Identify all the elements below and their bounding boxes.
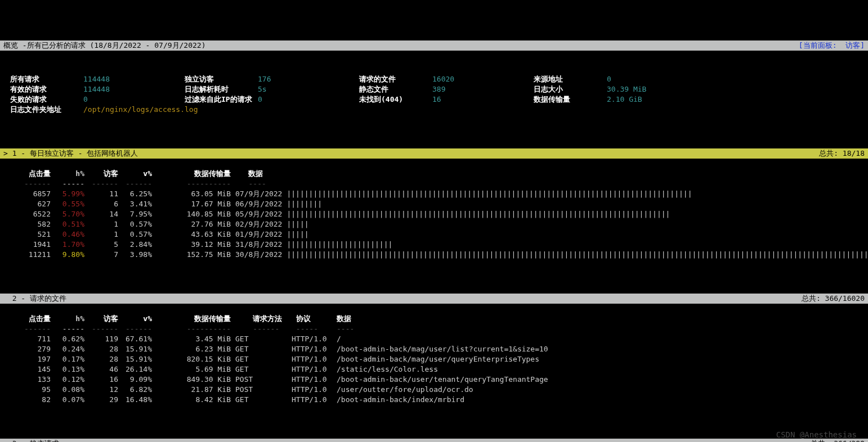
- protocol-cell: HTTP/1.0: [287, 334, 332, 344]
- hits-cell: 521: [3, 229, 51, 240]
- bandwidth-cell: 39.12 MiB: [152, 240, 231, 250]
- overview-label: 独立访客: [185, 74, 258, 84]
- protocol-cell: HTTP/1.0: [287, 344, 332, 354]
- visitors-cell: 6: [84, 199, 118, 209]
- vpct-cell: 67.61%: [118, 334, 152, 344]
- watermark: CSDN @Anesthesias: [776, 430, 857, 440]
- overview-value: 16: [432, 94, 534, 105]
- table-row[interactable]: 112119.80%73.98%152.75 MiB30/8月/2022||||…: [3, 250, 865, 260]
- bandwidth-cell: 152.75 MiB: [152, 250, 231, 260]
- table-row[interactable]: 1330.12%169.09%849.30 KiBPOSTHTTP/1.0/bo…: [3, 375, 865, 385]
- vpct-cell: 16.48%: [118, 395, 152, 405]
- panel-3-header[interactable]: 3 - 静态请求 总共: 366/389: [0, 439, 868, 442]
- overview-value: 5s: [258, 84, 359, 94]
- panel-1-body: 点击量h%访客v%数据传输量 数据-----------------------…: [0, 169, 868, 263]
- panel-3-title: 3 - 静态请求: [3, 439, 59, 442]
- hits-cell: 82: [3, 395, 51, 405]
- table-row[interactable]: 5820.51%10.57%27.76 MiB02/9月/2022|||||: [3, 219, 865, 229]
- header-title: 概览 -所有已分析的请求 (18/8月/2022 - 07/9月/2022): [3, 40, 206, 51]
- hpct-cell: 9.80%: [51, 250, 84, 260]
- overview-value: 0: [258, 94, 359, 105]
- method-cell: POST: [231, 385, 287, 395]
- method-cell: GET: [231, 354, 287, 364]
- table-row[interactable]: 820.07%2916.48%8.42 KiBGETHTTP/1.0/boot-…: [3, 395, 865, 405]
- table-row[interactable]: 65225.70%147.95%140.85 MiB05/9月/2022||||…: [3, 209, 865, 219]
- method-cell: GET: [231, 334, 287, 344]
- bar-cell: ||||||||||||||||||||||||: [282, 240, 392, 249]
- panel-1-total: 总共: 18/18: [819, 148, 865, 159]
- visitors-cell: 119: [84, 334, 118, 344]
- path-cell: /: [332, 334, 341, 344]
- bandwidth-cell: 820.15 KiB: [152, 354, 231, 364]
- table-row[interactable]: 950.08%126.82%21.87 KiBPOSTHTTP/1.0/user…: [3, 385, 865, 395]
- table-row[interactable]: 1970.17%2815.91%820.15 KiBGETHTTP/1.0/bo…: [3, 354, 865, 364]
- table-row[interactable]: 68575.99%116.25%63.05 MiB07/9月/2022|||||…: [3, 189, 865, 199]
- panel-1-header[interactable]: > 1 - 每日独立访客 - 包括网络机器人 总共: 18/18: [0, 148, 868, 159]
- vpct-cell: 0.57%: [118, 229, 152, 240]
- hits-cell: 627: [3, 199, 51, 209]
- date-cell: 31/8月/2022: [231, 240, 282, 250]
- vpct-cell: 9.09%: [118, 375, 152, 385]
- vpct-cell: 7.95%: [118, 209, 152, 219]
- protocol-cell: HTTP/1.0: [287, 364, 332, 375]
- table-row[interactable]: 5210.46%10.57%43.63 KiB01/9月/2022|||||: [3, 229, 865, 240]
- bar-cell: ||||||||||||||||||||||||||||||||||||||||…: [282, 250, 868, 259]
- path-cell: /static/less/Color.less: [332, 364, 438, 375]
- visitors-cell: 16: [84, 375, 118, 385]
- panel-2-header[interactable]: 2 - 请求的文件 总共: 366/16020: [0, 294, 868, 304]
- date-cell: 05/9月/2022: [231, 209, 282, 219]
- current-panel-label: [当前面板: 访客]: [799, 40, 865, 51]
- date-cell: 01/9月/2022: [231, 229, 282, 240]
- overview-label: 日志文件夹地址: [10, 105, 83, 115]
- date-cell: 06/9月/2022: [231, 199, 282, 209]
- bandwidth-cell: 6.23 MiB: [152, 344, 231, 354]
- bar-cell: |||||: [282, 220, 308, 228]
- visitors-cell: 5: [84, 240, 118, 250]
- protocol-cell: HTTP/1.0: [287, 375, 332, 385]
- bandwidth-cell: 43.63 KiB: [152, 229, 231, 240]
- visitors-cell: 28: [84, 354, 118, 364]
- date-cell: 07/9月/2022: [231, 189, 282, 199]
- panel-1-title: > 1 - 每日独立访客 - 包括网络机器人: [3, 148, 138, 159]
- overview-value: 389: [432, 84, 534, 94]
- hpct-cell: 0.24%: [51, 344, 84, 354]
- method-cell: POST: [231, 375, 287, 385]
- visitors-cell: 7: [84, 250, 118, 260]
- hpct-cell: 5.99%: [51, 189, 84, 199]
- top-header: 概览 -所有已分析的请求 (18/8月/2022 - 07/9月/2022) […: [0, 40, 868, 51]
- vpct-cell: 6.82%: [118, 385, 152, 395]
- hpct-cell: 0.51%: [51, 219, 84, 229]
- method-cell: GET: [231, 344, 287, 354]
- bandwidth-cell: 3.45 MiB: [152, 334, 231, 344]
- visitors-cell: 11: [84, 189, 118, 199]
- table-row[interactable]: 1450.13%4626.14%5.69 MiBGETHTTP/1.0/stat…: [3, 364, 865, 375]
- hpct-cell: 0.55%: [51, 199, 84, 209]
- overview-value: 114448: [83, 84, 185, 94]
- table-row[interactable]: 2790.24%2815.91%6.23 MiBGETHTTP/1.0/boot…: [3, 344, 865, 354]
- hits-cell: 582: [3, 219, 51, 229]
- vpct-cell: 3.98%: [118, 250, 152, 260]
- hpct-cell: 0.46%: [51, 229, 84, 240]
- bar-cell: ||||||||||||||||||||||||||||||||||||||||…: [282, 210, 670, 218]
- table-row[interactable]: 6270.55%63.41%17.67 MiB06/9月/2022|||||||…: [3, 199, 865, 209]
- protocol-cell: HTTP/1.0: [287, 354, 332, 364]
- table-row[interactable]: 7110.62%11967.61%3.45 MiBGETHTTP/1.0/: [3, 334, 865, 344]
- bandwidth-cell: 17.67 MiB: [152, 199, 231, 209]
- overview-label: 失败的请求: [10, 94, 83, 105]
- overview-value: 0: [607, 74, 708, 84]
- hits-cell: 711: [3, 334, 51, 344]
- visitors-cell: 1: [84, 219, 118, 229]
- hits-cell: 11211: [3, 250, 51, 260]
- method-cell: GET: [231, 395, 287, 405]
- panel-2-body: 点击量h%访客v%数据传输量 请求方法 协议数据----------------…: [0, 314, 868, 408]
- visitors-cell: 1: [84, 229, 118, 240]
- hpct-cell: 0.17%: [51, 354, 84, 364]
- overview-label: 日志解析耗时: [185, 84, 258, 94]
- vpct-cell: 6.25%: [118, 189, 152, 199]
- bandwidth-cell: 21.87 KiB: [152, 385, 231, 395]
- visitors-cell: 14: [84, 209, 118, 219]
- bandwidth-cell: 27.76 MiB: [152, 219, 231, 229]
- visitors-cell: 29: [84, 395, 118, 405]
- table-row[interactable]: 19411.70%52.84%39.12 MiB31/8月/2022||||||…: [3, 240, 865, 250]
- protocol-cell: HTTP/1.0: [287, 395, 332, 405]
